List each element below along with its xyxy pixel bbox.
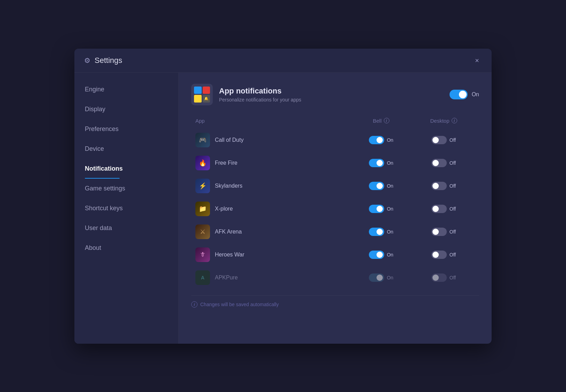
bell-toggle-cell-xplore: On	[350, 205, 412, 213]
sidebar-item-user-data[interactable]: User data	[74, 218, 178, 238]
bell-toggle-cell-cod: On	[350, 136, 412, 144]
desktop-label-cod: Off	[450, 137, 456, 143]
bell-info-icon[interactable]: i	[384, 118, 389, 123]
icon-cell-bell	[203, 95, 210, 103]
bell-toggle-thumb-apkpure	[377, 275, 383, 281]
app-icon-sky: ⚡	[195, 179, 210, 193]
bell-toggle-apkpure[interactable]	[369, 273, 384, 282]
app-cell-apkpure: A APKPure	[195, 270, 350, 285]
sidebar-item-game-settings[interactable]: Game settings	[74, 179, 178, 198]
col-header-app: App	[195, 118, 350, 124]
desktop-toggle-afk[interactable]	[431, 228, 447, 236]
desktop-label-afk: Off	[450, 229, 456, 235]
app-icon-afk: ⚔	[195, 224, 210, 239]
sidebar-item-preferences[interactable]: Preferences	[74, 119, 178, 139]
modal-body: Engine Display Preferences Device Notifi…	[74, 73, 492, 344]
sidebar-item-device[interactable]: Device	[74, 139, 178, 159]
app-icon-heroes: 🗡	[195, 247, 210, 262]
desktop-toggle-cell-sky: Off	[412, 182, 475, 190]
sidebar-item-engine[interactable]: Engine	[74, 80, 178, 99]
table-row: 📁 X-plore On	[191, 198, 479, 220]
desktop-info-icon[interactable]: i	[452, 118, 457, 123]
close-button[interactable]: ×	[472, 56, 482, 65]
bell-label-heroes: On	[387, 252, 394, 258]
table-row: ⚡ Skylanders On	[191, 175, 479, 197]
master-toggle-track	[450, 90, 468, 99]
bell-toggle-sky[interactable]	[369, 182, 384, 190]
master-toggle[interactable]	[450, 90, 468, 99]
bell-toggle-thumb-cod	[377, 137, 383, 143]
gear-icon: ⚙	[84, 56, 90, 65]
app-name-afk: AFK Arena	[215, 229, 242, 235]
sidebar-item-display[interactable]: Display	[74, 99, 178, 119]
bell-toggle-track-sky	[369, 182, 384, 190]
desktop-label-ff: Off	[450, 160, 456, 166]
desktop-label-xplore: Off	[450, 206, 456, 212]
sidebar-item-notifications[interactable]: Notifications	[74, 159, 178, 179]
app-name-apkpure: APKPure	[215, 275, 238, 281]
bell-label-apkpure: On	[387, 275, 394, 280]
bell-toggle-cod[interactable]	[369, 136, 384, 144]
desktop-toggle-track-xplore	[431, 205, 447, 213]
bell-toggle-cell-heroes: On	[350, 251, 412, 259]
icon-cell-blue	[194, 87, 202, 94]
col-header-desktop: Desktop i	[412, 118, 475, 124]
bell-toggle-cell-ff: On	[350, 159, 412, 167]
sidebar-item-shortcut-keys[interactable]: Shortcut keys	[74, 198, 178, 218]
desktop-toggle-heroes[interactable]	[431, 251, 447, 259]
bell-toggle-track-ff	[369, 159, 384, 167]
table-row: 🗡 Heroes War On	[191, 244, 479, 266]
app-notifications-icon	[191, 84, 213, 105]
footer-note: i Changes will be saved automatically	[191, 295, 479, 308]
app-cell-ff: 🔥 Free Fire	[195, 156, 350, 170]
desktop-toggle-ff[interactable]	[431, 159, 447, 167]
table-header-row: App Bell i Desktop i	[191, 115, 479, 126]
bell-toggle-ff[interactable]	[369, 159, 384, 167]
desktop-toggle-apkpure[interactable]	[431, 273, 447, 282]
app-notif-text: App notifications Personalize notificati…	[219, 87, 301, 103]
app-notifications-header: App notifications Personalize notificati…	[191, 84, 479, 105]
bell-label-ff: On	[387, 160, 394, 166]
app-icon-apkpure: A	[195, 270, 210, 285]
bell-label-afk: On	[387, 229, 394, 235]
table-row: 🔥 Free Fire On	[191, 152, 479, 174]
app-cell-xplore: 📁 X-plore	[195, 202, 350, 216]
table-row: A APKPure On	[191, 267, 479, 288]
table-row: 🎮 Call of Duty On	[191, 129, 479, 151]
modal-header: ⚙ Settings ×	[74, 49, 492, 73]
app-notif-subtitle: Personalize notifications for your apps	[219, 97, 301, 103]
app-icon-cod: 🎮	[195, 133, 210, 147]
bell-toggle-xplore[interactable]	[369, 205, 384, 213]
bell-toggle-heroes[interactable]	[369, 251, 384, 259]
master-toggle-label: On	[472, 91, 479, 98]
desktop-toggle-cell-ff: Off	[412, 159, 475, 167]
sidebar-item-about[interactable]: About	[74, 238, 178, 258]
desktop-label-heroes: Off	[450, 252, 456, 258]
desktop-toggle-xplore[interactable]	[431, 205, 447, 213]
footer-note-text: Changes will be saved automatically	[200, 302, 279, 307]
desktop-toggle-sky[interactable]	[431, 182, 447, 190]
desktop-toggle-track-sky	[431, 182, 447, 190]
app-name-ff: Free Fire	[215, 160, 237, 166]
app-cell-afk: ⚔ AFK Arena	[195, 224, 350, 239]
icon-cell-yellow	[194, 95, 202, 103]
desktop-toggle-thumb-afk	[432, 229, 439, 235]
bell-toggle-track-xplore	[369, 205, 384, 213]
icon-cell-red	[203, 87, 210, 94]
desktop-toggle-thumb-apkpure	[432, 275, 439, 281]
desktop-toggle-track-cod	[431, 136, 447, 144]
sidebar: Engine Display Preferences Device Notifi…	[74, 73, 179, 344]
bell-label-cod: On	[387, 137, 394, 143]
bell-toggle-track-cod	[369, 136, 384, 144]
app-name-sky: Skylanders	[215, 183, 242, 189]
app-cell-cod: 🎮 Call of Duty	[195, 133, 350, 147]
desktop-toggle-cod[interactable]	[431, 136, 447, 144]
header-left: ⚙ Settings	[84, 56, 122, 65]
bell-toggle-track-afk	[369, 228, 384, 236]
bell-toggle-afk[interactable]	[369, 228, 384, 236]
desktop-toggle-track-apkpure	[431, 273, 447, 282]
app-notif-title: App notifications	[219, 87, 301, 96]
bell-toggle-track-apkpure	[369, 273, 384, 282]
notifications-table: App Bell i Desktop i 🎮 Call of Du	[191, 115, 479, 288]
bell-toggle-thumb-sky	[377, 183, 383, 189]
